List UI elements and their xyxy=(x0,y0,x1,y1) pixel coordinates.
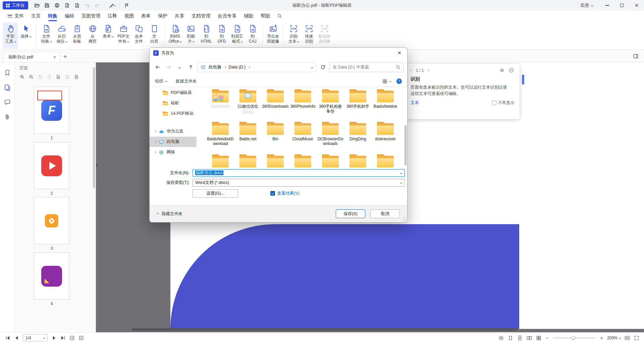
extract-page-icon[interactable] xyxy=(73,74,79,80)
export-doc-icon[interactable] xyxy=(62,1,71,9)
breadcrumb-item[interactable]: 此电脑 xyxy=(209,64,221,70)
file-list-item[interactable]: DingDing xyxy=(344,121,372,154)
fit-width-icon[interactable] xyxy=(624,335,630,341)
continuous-view-icon[interactable] xyxy=(517,335,523,341)
menu-item-辅助[interactable]: 辅助 xyxy=(240,11,257,21)
cancel-button[interactable]: 取消 xyxy=(370,209,400,218)
menu-item-保护[interactable]: 保护 xyxy=(154,11,171,21)
page-thumbnail[interactable] xyxy=(34,252,69,300)
panel-layout-icon[interactable] xyxy=(633,53,639,59)
customize-toolbar-icon[interactable] xyxy=(122,1,131,9)
attachments-panel-icon[interactable] xyxy=(4,113,11,121)
search-icon[interactable] xyxy=(274,13,285,18)
next-view-icon[interactable] xyxy=(78,335,84,341)
next-result-icon[interactable] xyxy=(427,69,429,71)
search-icon[interactable] xyxy=(396,65,400,69)
rotate-left-page-icon[interactable] xyxy=(37,74,43,80)
file-list-item[interactable]: diskrecover xyxy=(372,121,399,154)
open-file-icon[interactable] xyxy=(32,1,41,9)
read-mode-icon[interactable] xyxy=(498,335,504,341)
tree-item-华为云盘[interactable]: 华为云盘 xyxy=(150,126,197,137)
undo-icon[interactable] xyxy=(83,1,92,9)
save-button[interactable]: 保存(S) xyxy=(336,209,365,218)
delete-page-icon[interactable] xyxy=(64,74,70,80)
zoom-level-dropdown[interactable]: 200% xyxy=(607,336,621,340)
from-scanner-button[interactable]: 从扫描仪 xyxy=(54,22,69,49)
to-other-format-button[interactable]: 到其它格式 xyxy=(229,22,245,49)
zoom-slider-knob[interactable] xyxy=(572,336,575,340)
file-list-item[interactable]: Battle.net xyxy=(234,121,262,154)
menu-item-编辑[interactable]: 编辑 xyxy=(61,11,78,21)
hide-folders-button[interactable]: 隐藏文件夹 xyxy=(157,211,183,217)
print-icon[interactable] xyxy=(52,1,61,9)
facing-view-icon[interactable] xyxy=(526,335,532,341)
tree-item-福昕[interactable]: 福昕 xyxy=(150,98,197,108)
forward-icon[interactable] xyxy=(164,63,173,72)
export-all-images-button[interactable]: 导出全部图像 xyxy=(265,22,281,49)
file-list-scrollbar[interactable] xyxy=(405,125,407,165)
rotate-right-page-icon[interactable] xyxy=(46,74,52,80)
file-list-item[interactable] xyxy=(262,154,289,168)
pdf-portfolio-button[interactable]: PDF文件包 xyxy=(116,22,131,49)
breadcrumb[interactable]: 此电脑Data (D:) xyxy=(197,62,316,72)
view-mode-icon[interactable] xyxy=(382,79,391,84)
new-tab-button[interactable] xyxy=(60,52,70,62)
create-doc-icon[interactable] xyxy=(72,1,82,9)
zoom-slider[interactable] xyxy=(553,338,596,338)
single-page-view-icon[interactable] xyxy=(507,335,513,341)
ocr-suspects-button[interactable]: OCR疑似错误结果 xyxy=(317,22,332,49)
from-clipboard-button[interactable]: 从剪贴板 xyxy=(69,22,85,49)
fullscreen-icon[interactable] xyxy=(634,335,639,341)
settings-button[interactable]: 设置(G)... xyxy=(193,189,238,198)
maximize-button[interactable] xyxy=(614,0,629,11)
to-caj-button[interactable]: 到CAJ xyxy=(245,22,260,49)
minimize-button[interactable] xyxy=(600,0,614,11)
page-thumbnail[interactable]: F xyxy=(34,87,69,134)
organize-menu[interactable]: 组织 xyxy=(155,79,167,84)
menu-item-表单[interactable]: 表单 xyxy=(138,11,154,21)
zoom-in-icon[interactable]: + xyxy=(599,335,603,341)
ocr-text-button[interactable]: OCR识别文本 xyxy=(286,22,301,49)
file-list-item[interactable]: BaiduNetdiskDownload xyxy=(207,121,234,154)
menu-item-转换[interactable]: 转换 xyxy=(44,11,61,21)
view-result-checkbox[interactable]: 查看结果(V) xyxy=(270,191,300,196)
collapse-card-icon[interactable] xyxy=(508,67,514,73)
thumbnails-scrollbar[interactable] xyxy=(93,67,95,188)
menu-item-视图[interactable]: 视图 xyxy=(121,11,138,21)
first-page-icon[interactable] xyxy=(5,335,10,341)
file-list-item[interactable]: CloudMusic xyxy=(289,121,317,154)
menu-item-主页[interactable]: 主页 xyxy=(28,11,44,21)
to-ms-office-button[interactable]: 到MSOffice xyxy=(167,22,183,49)
page-thumbnail[interactable] xyxy=(34,142,69,189)
save-icon[interactable] xyxy=(42,1,51,9)
file-list-item[interactable]: 360Downloads xyxy=(262,89,289,121)
menu-item-帮助[interactable]: 帮助 xyxy=(257,11,274,21)
zoom-out-icon[interactable]: − xyxy=(545,335,549,341)
new-folder-button[interactable]: 新建文件夹 xyxy=(176,79,197,84)
quick-ocr-button[interactable]: OCR快速识别 xyxy=(301,22,317,49)
hand-tool-button[interactable]: 手型工具 xyxy=(3,22,18,49)
file-list-item[interactable]: 360PhoneInfo xyxy=(289,89,317,121)
collapse-panel-handle[interactable] xyxy=(96,160,101,170)
from-web-button[interactable]: 从网页 xyxy=(85,22,100,49)
combine-files-button[interactable]: 合并文件 xyxy=(131,22,147,49)
settings-gear-icon[interactable] xyxy=(499,67,505,73)
file-list-item[interactable] xyxy=(317,154,344,168)
chevron-down-icon[interactable] xyxy=(311,66,313,68)
select-tool-button[interactable]: 选择 xyxy=(18,22,34,49)
file-list-item[interactable]: DCBrowserDownloads xyxy=(317,121,344,154)
chevron-down-icon[interactable] xyxy=(43,337,45,339)
tree-item-14.PDF移动[interactable]: 14.PDF移动 xyxy=(150,108,197,119)
filename-input[interactable]: 福昕办公.docx xyxy=(195,170,223,175)
user-account-menu[interactable]: 若愚 xyxy=(580,2,593,8)
save-type-combobox[interactable]: Word文档 (*.docx) xyxy=(193,179,405,187)
file-list-item[interactable] xyxy=(372,154,399,168)
file-list-item[interactable] xyxy=(289,154,317,168)
dialog-close-button[interactable] xyxy=(392,48,407,58)
to-image-button[interactable]: 到图片 xyxy=(183,22,199,49)
expand-chevron-icon[interactable] xyxy=(154,151,156,153)
tree-item-此电脑[interactable]: 此电脑 xyxy=(150,137,197,147)
document-tab[interactable]: 福昕办公.pdf xyxy=(3,52,60,62)
to-ofd-button[interactable]: 到OFD xyxy=(214,22,229,49)
file-list-item[interactable]: BaiduNetdisk xyxy=(372,89,399,121)
